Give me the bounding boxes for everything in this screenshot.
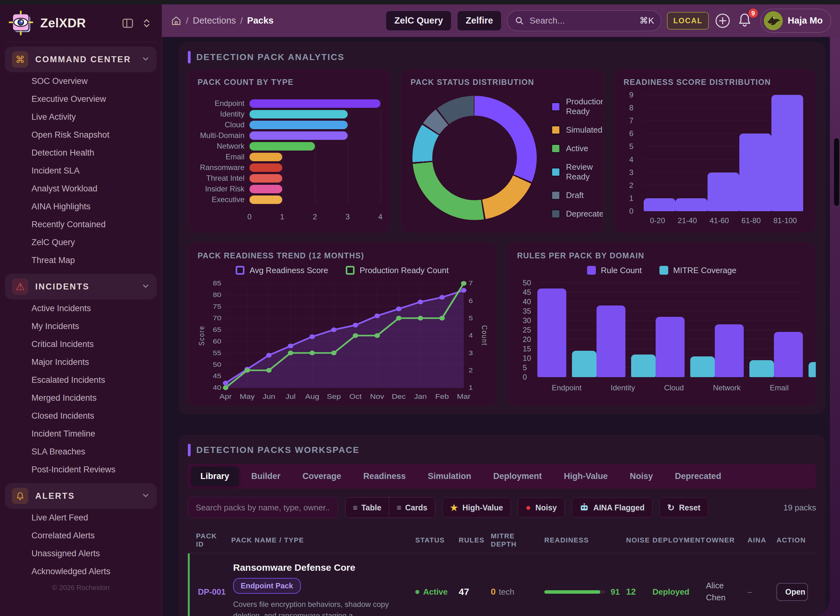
hbar-row: Identity — [197, 109, 380, 119]
tab-deprecated[interactable]: Deprecated — [665, 467, 731, 486]
sidebar-item-incident-sla[interactable]: Incident SLA — [5, 162, 157, 180]
filter-aina-flagged-button[interactable]: AINA Flagged — [572, 497, 653, 518]
sidebar-item-merged-incidents[interactable]: Merged Incidents — [5, 389, 157, 407]
sidebar-item-recently-contained[interactable]: Recently Contained — [5, 216, 157, 233]
sidebar-item-active-incidents[interactable]: Active Incidents — [5, 299, 157, 317]
analytics-title: DETECTION PACK ANALYTICS — [196, 52, 344, 62]
sidebar-item-soc-overview[interactable]: SOC Overview — [5, 72, 157, 90]
axis-tick: 6 — [629, 129, 633, 138]
rule-count-bar — [656, 317, 685, 377]
pack-readiness-trend-card: PACK READINESS TREND (12 MONTHS) Avg Rea… — [188, 243, 497, 406]
hbar-label: Executive — [197, 195, 250, 204]
tab-high-value[interactable]: High-Value — [554, 467, 617, 486]
sidebar-item-post-incident-reviews[interactable]: Post-Incident Reviews — [5, 461, 157, 479]
global-search[interactable]: ⌘K — [507, 10, 661, 31]
global-search-input[interactable] — [529, 15, 635, 26]
svg-text:Apr: Apr — [219, 393, 232, 400]
svg-text:40: 40 — [213, 384, 222, 391]
sidebar-section-alerts[interactable]: ALERTS — [5, 483, 157, 509]
hbar-track — [250, 121, 380, 129]
table-row[interactable]: DP-001Ransomware Defense CoreEndpoint Pa… — [188, 553, 816, 616]
sidebar-item-critical-incidents[interactable]: Critical Incidents — [5, 335, 157, 353]
sidebar-section-command-center[interactable]: ⌘COMMAND CENTER — [5, 47, 157, 72]
gridline — [315, 153, 316, 161]
tab-library[interactable]: Library — [191, 467, 239, 486]
sidebar-item-unassigned-alerts[interactable]: Unassigned Alerts — [5, 545, 157, 563]
sidebar-item-aina-highlights[interactable]: AINA Highlights — [5, 198, 157, 216]
sidebar-item-my-incidents[interactable]: My Incidents — [5, 317, 157, 335]
view-cards-button[interactable]: ≡Cards — [389, 497, 435, 518]
sidebar-item-open-risk-snapshot[interactable]: Open Risk Snapshot — [5, 126, 157, 144]
tab-coverage[interactable]: Coverage — [293, 467, 351, 486]
user-menu[interactable]: Haja Mo — [761, 9, 831, 33]
axis-tick: 10 — [523, 354, 531, 363]
star-icon: ★ — [450, 503, 458, 513]
home-icon[interactable] — [171, 15, 181, 26]
table-row-grid: DP-001Ransomware Defense CoreEndpoint Pa… — [190, 553, 816, 616]
workspace-tabs: LibraryBuilderCoverageReadinessSimulatio… — [188, 464, 816, 489]
hbar-bar — [250, 142, 315, 151]
scrollbar-thumb[interactable] — [834, 138, 839, 206]
status-label: Active — [423, 587, 448, 597]
sidebar-item-executive-overview[interactable]: Executive Overview — [5, 90, 157, 108]
main-content: DETECTION PACK ANALYTICS PACK COUNT BY T… — [162, 37, 830, 616]
view-table-button[interactable]: ≡Table — [346, 497, 389, 518]
sidebar-item-correlated-alerts[interactable]: Correlated Alerts — [5, 527, 157, 545]
panel-toggle-icon[interactable] — [121, 17, 134, 29]
gbar-xlabels: EndpointIdentityCloudNetworkEmail — [537, 383, 803, 392]
command-icon: ⌘ — [12, 51, 28, 67]
table-body: DP-001Ransomware Defense CoreEndpoint Pa… — [188, 553, 816, 616]
legend-item: Rule Count — [587, 265, 642, 275]
sidebar-item-acknowledged-alerts[interactable]: Acknowledged Alerts — [5, 563, 157, 581]
sidebar-item-threat-map[interactable]: Threat Map — [5, 251, 157, 269]
sidebar-item-sla-breaches[interactable]: SLA Breaches — [5, 443, 157, 461]
open-button[interactable]: Open — [777, 583, 808, 601]
sidebar-item-detection-health[interactable]: Detection Health — [5, 144, 157, 162]
tab-readiness[interactable]: Readiness — [354, 467, 415, 486]
sidebar-item-live-activity[interactable]: Live Activity — [5, 108, 157, 126]
filter-high-value-button[interactable]: ★High-Value — [442, 497, 511, 518]
gridline — [380, 121, 381, 129]
legend-label: Simulated — [566, 125, 602, 135]
gridline — [380, 110, 381, 119]
zelfire-button[interactable]: Zelfire — [457, 11, 502, 31]
axis-tick: 0 — [247, 213, 252, 221]
axis-tick: Endpoint — [552, 383, 582, 392]
sidebar-item-closed-incidents[interactable]: Closed Incidents — [5, 407, 157, 425]
sidebar-item-analyst-workload[interactable]: Analyst Workload — [5, 180, 157, 198]
rule-count-bar — [774, 332, 803, 377]
rules-legend: Rule CountMITRE Coverage — [517, 261, 807, 279]
tab-builder[interactable]: Builder — [242, 467, 290, 486]
avatar — [764, 11, 783, 30]
filter-reset-button[interactable]: ↻Reset — [659, 497, 709, 518]
search-icon — [514, 16, 524, 26]
sidebar-section-incidents[interactable]: ⚠INCIDENTS — [5, 274, 157, 299]
column-header-pack-id: PACK ID — [196, 532, 225, 549]
tab-simulation[interactable]: Simulation — [418, 467, 481, 486]
sidebar-item-live-alert-feed[interactable]: Live Alert Feed — [5, 509, 157, 527]
legend-swatch — [551, 167, 560, 177]
sidebar-item-incident-timeline[interactable]: Incident Timeline — [5, 425, 157, 443]
svg-text:75: 75 — [213, 303, 222, 310]
svg-text:5: 5 — [468, 315, 472, 322]
svg-text:Count: Count — [480, 325, 487, 346]
tab-deployment[interactable]: Deployment — [484, 467, 552, 486]
sidebar-item-escalated-incidents[interactable]: Escalated Incidents — [5, 371, 157, 389]
column-header-status: STATUS — [415, 536, 452, 544]
tab-noisy[interactable]: Noisy — [621, 467, 663, 486]
pack-search-input[interactable] — [188, 497, 338, 518]
add-icon[interactable] — [715, 13, 731, 29]
collapse-sidebar-icon[interactable] — [140, 17, 153, 29]
legend-item: Production Ready — [551, 97, 603, 116]
chevron-down-icon — [141, 491, 150, 501]
hbar-bar — [250, 110, 348, 119]
filter-noisy-button[interactable]: ●Noisy — [518, 497, 565, 518]
sidebar-item-major-incidents[interactable]: Major Incidents — [5, 353, 157, 371]
gridline — [348, 121, 348, 129]
line-chart-svg: 404550556065707580851234567AprMayJunJulA… — [197, 280, 487, 403]
breadcrumb-detections[interactable]: Detections — [193, 15, 236, 26]
column-header-aina: AINA — [747, 536, 770, 544]
notifications-bell[interactable]: 9 — [737, 12, 755, 30]
sidebar-item-zelc-query[interactable]: ZelC Query — [5, 233, 157, 251]
zelc-query-button[interactable]: ZelC Query — [386, 11, 452, 31]
